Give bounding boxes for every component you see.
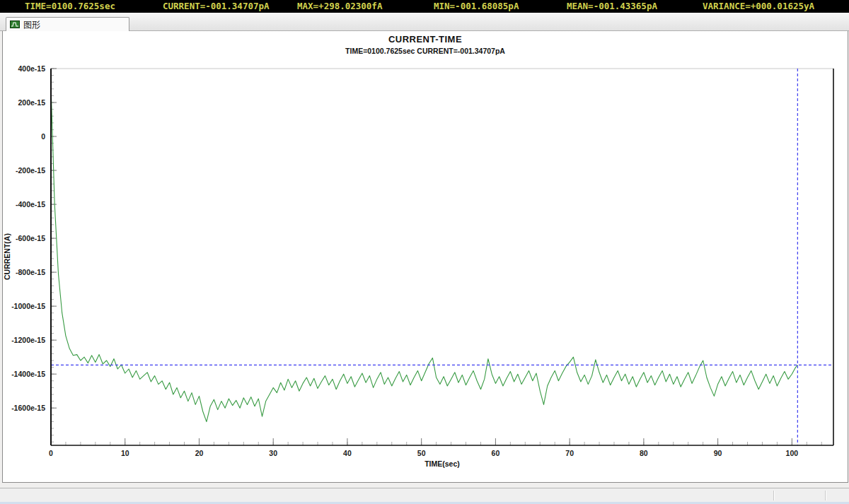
y-tick-label: -1000e-15 — [11, 302, 45, 310]
tab-strip: 图形 — [0, 13, 849, 31]
x-tick-label: 30 — [269, 449, 277, 457]
chart-panel: CURRENT-TIME TIME=0100.7625sec CURRENT=-… — [2, 31, 848, 483]
readout-current: CURRENT=-001.34707pA — [163, 0, 270, 13]
x-tick-label: 80 — [640, 449, 648, 457]
readout-min: MIN=-001.68085pA — [434, 0, 519, 13]
y-tick-label: -1200e-15 — [11, 336, 45, 344]
readout-variance: VARIANCE=+000.01625yA — [703, 0, 814, 13]
status-separator — [773, 491, 775, 500]
x-tick-label: 0 — [49, 449, 53, 457]
y-tick-label: -600e-15 — [16, 234, 45, 242]
y-tick-label: -800e-15 — [16, 268, 45, 276]
tab-graph-label: 图形 — [23, 18, 40, 30]
readout-bar: TIME=0100.7625sec CURRENT=-001.34707pA M… — [0, 0, 849, 13]
x-tick-label: 90 — [714, 449, 722, 457]
y-tick-label: -1600e-15 — [11, 404, 45, 412]
y-tick-label: -400e-15 — [16, 200, 45, 209]
readout-mean: MEAN=-001.43365pA — [567, 0, 657, 13]
current-trace — [51, 86, 797, 422]
x-tick-label: 100 — [786, 449, 799, 457]
readout-max: MAX=+298.02300fA — [297, 0, 382, 13]
x-tick-label: 10 — [121, 449, 129, 457]
y-tick-label: -200e-15 — [16, 166, 45, 175]
x-tick-label: 60 — [492, 449, 500, 457]
x-tick-label: 50 — [417, 449, 426, 457]
chart-plot-area[interactable]: 400e-15200e-150-200e-15-400e-15-600e-15-… — [3, 31, 848, 482]
y-tick-label: 0 — [41, 132, 45, 141]
status-bar — [0, 488, 849, 502]
tab-graph[interactable]: 图形 — [6, 17, 129, 31]
y-tick-label: 200e-15 — [18, 98, 45, 107]
waveform-icon — [10, 20, 20, 28]
x-tick-label: 40 — [343, 449, 352, 457]
x-tick-label: 20 — [195, 449, 204, 457]
y-tick-label: -1400e-15 — [11, 370, 45, 378]
readout-time: TIME=0100.7625sec — [25, 0, 115, 13]
x-tick-label: 70 — [565, 449, 574, 457]
y-tick-label: 400e-15 — [18, 64, 45, 73]
status-separator — [825, 491, 826, 500]
